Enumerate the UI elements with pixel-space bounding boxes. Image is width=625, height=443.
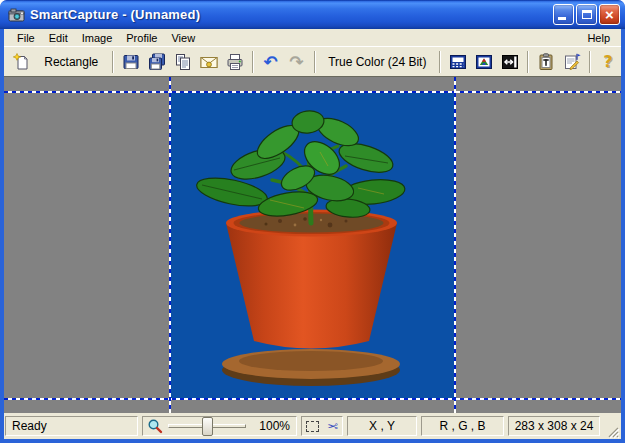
- send-mail-icon: [200, 53, 218, 71]
- paste-text-button[interactable]: [533, 50, 559, 74]
- selection-guide-top[interactable]: [4, 91, 621, 93]
- toolbar-separator: [314, 51, 316, 73]
- menu-image[interactable]: Image: [75, 31, 120, 45]
- copy-icon: [174, 53, 192, 71]
- capture-profile-button[interactable]: Rectangle: [35, 50, 108, 74]
- selection-guide-bottom[interactable]: [4, 398, 621, 400]
- window-title: SmartCapture - (Unnamed): [30, 7, 200, 22]
- selection-guide-right[interactable]: [454, 77, 456, 413]
- print-icon: [226, 53, 244, 71]
- save-icon: [122, 53, 140, 71]
- capture-canvas[interactable]: [4, 76, 621, 413]
- invert-colors-button[interactable]: [497, 50, 523, 74]
- camera-app-icon: [8, 6, 26, 24]
- zoom-slider-thumb[interactable]: [202, 417, 213, 436]
- selection-marquee-icon[interactable]: [306, 421, 319, 432]
- save-all-icon: [148, 53, 166, 71]
- capture-area-settings-icon: [449, 53, 467, 71]
- copy-button[interactable]: [170, 50, 196, 74]
- minimize-button[interactable]: [553, 4, 574, 25]
- menu-file[interactable]: File: [10, 31, 42, 45]
- resize-grip[interactable]: [605, 424, 620, 439]
- help-icon: ?: [603, 52, 612, 72]
- new-capture-icon: [13, 53, 31, 71]
- print-button[interactable]: [222, 50, 248, 74]
- cursor-coordinates-panel: X , Y: [347, 416, 417, 436]
- close-button[interactable]: ×: [599, 4, 620, 25]
- new-capture-button[interactable]: [9, 50, 35, 74]
- maximize-button[interactable]: [576, 4, 597, 25]
- magnifier-icon: [147, 418, 163, 434]
- undo-button[interactable]: ↶: [258, 50, 284, 74]
- status-bar: Ready 100% ✂ X , Y R , G , B 283 x 308 x…: [4, 413, 621, 439]
- toolbar-separator: [527, 51, 529, 73]
- image-dimensions-panel: 283 x 308 x 24: [508, 416, 600, 436]
- properties-button[interactable]: [559, 50, 585, 74]
- redo-button[interactable]: ↷: [284, 50, 310, 74]
- menu-profile[interactable]: Profile: [119, 31, 164, 45]
- save-all-button[interactable]: [144, 50, 170, 74]
- maximize-icon: [582, 10, 592, 19]
- toolbar-separator: [252, 51, 254, 73]
- zoom-panel: 100%: [142, 416, 297, 436]
- captured-image-plant[interactable]: [170, 92, 455, 399]
- menu-bar: File Edit Image Profile View Help: [4, 29, 621, 46]
- close-icon: ×: [605, 5, 614, 24]
- properties-icon: [563, 53, 581, 71]
- toolbar-separator: [589, 51, 591, 73]
- undo-icon: ↶: [263, 52, 277, 72]
- toolbar-separator: [439, 51, 441, 73]
- redo-icon: ↷: [289, 52, 303, 72]
- crop-scissors-icon[interactable]: ✂: [327, 419, 338, 434]
- toolbar-separator: [112, 51, 114, 73]
- paste-text-icon: [537, 53, 555, 71]
- title-bar[interactable]: SmartCapture - (Unnamed) ×: [0, 0, 625, 29]
- capture-area-settings-button[interactable]: [445, 50, 471, 74]
- help-button[interactable]: ?: [595, 50, 621, 74]
- menu-help[interactable]: Help: [583, 31, 614, 45]
- color-palette-button[interactable]: [471, 50, 497, 74]
- selection-guide-left[interactable]: [169, 77, 171, 413]
- menu-edit[interactable]: Edit: [42, 31, 75, 45]
- color-palette-icon: [475, 53, 493, 71]
- save-button[interactable]: [118, 50, 144, 74]
- app-window: SmartCapture - (Unnamed) × File Edit Ima…: [0, 0, 625, 443]
- menu-view[interactable]: View: [164, 31, 202, 45]
- send-mail-button[interactable]: [196, 50, 222, 74]
- invert-colors-icon: [501, 53, 519, 71]
- toolbar: Rectangle: [4, 46, 621, 76]
- status-message: Ready: [5, 416, 138, 436]
- pixel-color-panel: R , G , B: [421, 416, 504, 436]
- zoom-slider[interactable]: [168, 424, 246, 428]
- selection-tools-panel: ✂: [301, 416, 343, 436]
- zoom-level: 100%: [259, 419, 292, 433]
- color-depth-button[interactable]: True Color (24 Bit): [320, 50, 435, 74]
- minimize-icon: [558, 17, 566, 20]
